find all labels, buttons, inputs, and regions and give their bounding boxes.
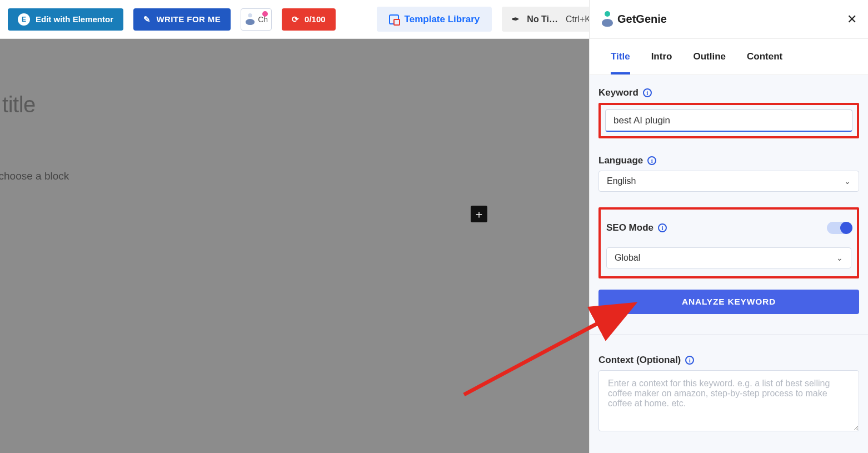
elementor-icon: E: [18, 13, 30, 26]
keyword-label: Keyword: [598, 87, 638, 98]
block-hint-text: e / to choose a block: [0, 170, 589, 182]
brand-text: GetGenie: [617, 13, 667, 26]
genie-chip-button[interactable]: Ch: [241, 8, 272, 31]
tab-content[interactable]: Content: [747, 47, 782, 74]
template-library-icon: [389, 14, 399, 24]
notitle-label: No Ti…: [527, 14, 558, 24]
context-label: Context (Optional): [598, 355, 681, 366]
template-library-button[interactable]: Template Library: [377, 7, 492, 32]
close-icon[interactable]: ✕: [847, 12, 857, 27]
toggle-knob: [840, 222, 852, 234]
chevron-down-icon: ⌄: [844, 177, 851, 186]
no-title-search-button[interactable]: ✒ No Ti… Ctrl+K: [502, 7, 601, 32]
post-title-input[interactable]: dd title: [0, 92, 589, 117]
language-label: Language: [598, 155, 643, 166]
tab-intro[interactable]: Intro: [651, 47, 672, 74]
info-icon[interactable]: i: [643, 88, 652, 97]
analyze-keyword-button[interactable]: ANALYZE KEYWORD: [598, 290, 859, 314]
score-button[interactable]: ⟳ 0/100: [282, 8, 336, 31]
panel-brand: GetGenie: [601, 12, 667, 27]
shortcut-label: Ctrl+K: [566, 14, 591, 24]
svg-point-0: [246, 19, 255, 25]
language-select[interactable]: English ⌄: [598, 171, 859, 192]
tab-outline[interactable]: Outline: [693, 47, 726, 74]
info-icon[interactable]: i: [647, 156, 656, 165]
info-icon[interactable]: i: [658, 223, 667, 232]
getgenie-panel: GetGenie ✕ Title Intro Outline Content K…: [589, 0, 868, 453]
keyword-input[interactable]: [605, 109, 852, 132]
seo-mode-toggle[interactable]: [827, 222, 851, 234]
language-value: English: [607, 176, 636, 186]
info-icon[interactable]: i: [685, 356, 694, 365]
keyword-highlight-box: [598, 103, 859, 138]
gauge-icon: ⟳: [292, 14, 299, 24]
sparkle-icon: [262, 11, 268, 17]
context-label-row: Context (Optional) i: [598, 355, 859, 366]
seo-scope-select[interactable]: Global ⌄: [606, 247, 851, 268]
context-textarea[interactable]: [598, 370, 859, 431]
panel-body: Keyword i Language i English ⌄ SEO Mode …: [590, 75, 868, 453]
seo-mode-label: SEO Mode: [606, 222, 654, 233]
pen-icon: ✒: [512, 14, 519, 24]
write-label: WRITE FOR ME: [156, 14, 221, 24]
edit-with-elementor-button[interactable]: E Edit with Elementor: [8, 8, 123, 31]
seo-highlight-box: SEO Mode i Global ⌄: [598, 207, 859, 278]
language-label-row: Language i: [598, 155, 859, 166]
write-for-me-button[interactable]: ✎ WRITE FOR ME: [133, 8, 231, 31]
getgenie-icon: [601, 12, 614, 27]
seo-header-row: SEO Mode i: [606, 222, 851, 234]
panel-tabs: Title Intro Outline Content: [590, 39, 868, 75]
svg-point-1: [248, 13, 252, 17]
panel-header: GetGenie ✕: [590, 0, 868, 39]
chevron-down-icon: ⌄: [836, 253, 843, 262]
plus-icon: ＋: [473, 207, 485, 222]
quill-icon: ✎: [143, 14, 151, 24]
add-block-button[interactable]: ＋: [471, 206, 487, 222]
genie-small-icon: [245, 12, 256, 27]
seo-scope-value: Global: [615, 253, 640, 263]
tab-title[interactable]: Title: [611, 47, 630, 74]
template-label: Template Library: [405, 14, 480, 25]
elementor-label: Edit with Elementor: [36, 14, 113, 24]
score-label: 0/100: [305, 14, 326, 24]
keyword-label-row: Keyword i: [598, 87, 859, 98]
section-divider: [590, 334, 868, 335]
editor-canvas: dd title e / to choose a block ＋: [0, 39, 589, 453]
